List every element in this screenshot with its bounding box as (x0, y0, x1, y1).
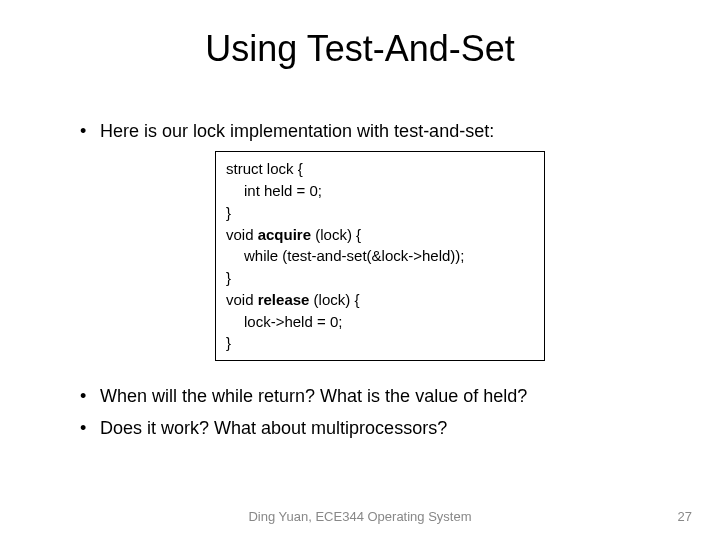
code-line-4: void acquire (lock) { (226, 224, 534, 246)
bullet-q2: Does it work? What about multiprocessors… (80, 417, 660, 440)
code-line-1: struct lock { (226, 158, 534, 180)
bullet-intro: Here is our lock implementation with tes… (80, 120, 660, 143)
code-fn-release: release (258, 291, 310, 308)
page-number: 27 (678, 509, 692, 524)
bullet-list-top: Here is our lock implementation with tes… (60, 120, 660, 143)
code-box: struct lock { int held = 0; } void acqui… (215, 151, 545, 361)
bullet-q1: When will the while return? What is the … (80, 385, 660, 408)
code-line-7-tail: (lock) { (309, 291, 359, 308)
code-line-8: lock->held = 0; (226, 311, 534, 333)
slide: Using Test-And-Set Here is our lock impl… (0, 0, 720, 540)
code-line-9: } (226, 332, 534, 354)
code-kw-void-1: void (226, 226, 258, 243)
code-line-2: int held = 0; (226, 180, 534, 202)
code-kw-void-2: void (226, 291, 258, 308)
code-fn-acquire: acquire (258, 226, 311, 243)
code-line-7: void release (lock) { (226, 289, 534, 311)
code-line-6: } (226, 267, 534, 289)
code-line-5: while (test-and-set(&lock->held)); (226, 245, 534, 267)
code-line-4-tail: (lock) { (311, 226, 361, 243)
footer-text: Ding Yuan, ECE344 Operating System (0, 509, 720, 524)
slide-title: Using Test-And-Set (60, 28, 660, 70)
code-line-3: } (226, 202, 534, 224)
bullet-list-bottom: When will the while return? What is the … (60, 385, 660, 440)
